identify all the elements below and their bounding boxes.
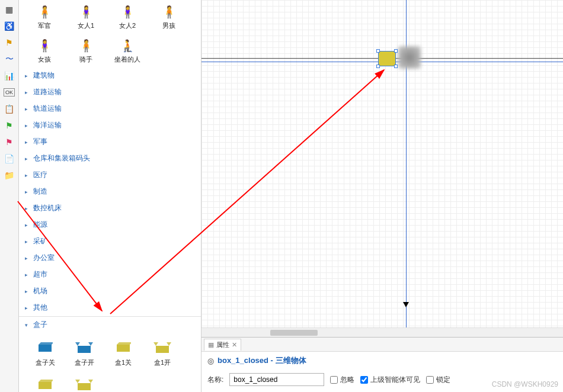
chevron-right-icon: ▸ [25, 156, 31, 162]
name-input[interactable] [229, 373, 324, 386]
category-label: 建筑物 [33, 70, 55, 81]
category-item[interactable]: ▸制造 [19, 184, 201, 200]
category-item[interactable]: ▸仓库和集装箱码头 [19, 150, 201, 167]
tool-folder[interactable]: 📁 [1, 168, 18, 183]
resize-handle[interactable] [394, 65, 398, 68]
properties-header: ◎ box_1_closed - 三维物体 [201, 352, 563, 369]
palette-person-item[interactable]: 🧍骑手 [68, 36, 104, 65]
tool-chart[interactable]: 📊 [1, 68, 18, 83]
palette-person-item[interactable]: 🧍‍♀️女孩 [26, 36, 63, 65]
placed-box-object[interactable] [378, 51, 396, 66]
scrollbar-thumb[interactable] [270, 330, 318, 336]
properties-panel: ▦ 属性 ✕ ◎ box_1_closed - 三维物体 名称: 忽略 上级智能… [201, 337, 563, 392]
palette-item-label: 军官 [38, 21, 51, 30]
editor-area: ▦ 属性 ✕ ◎ box_1_closed - 三维物体 名称: 忽略 上级智能… [201, 0, 563, 392]
category-label: 盒子 [33, 320, 47, 330]
palette-box-item[interactable]: 盒2关 [27, 375, 63, 392]
tab-properties[interactable]: ▦ 属性 ✕ [204, 339, 241, 351]
person-icon: 🧍‍♀️ [36, 37, 53, 54]
tool-curve[interactable]: 〜 [1, 52, 18, 67]
category-item[interactable]: ▸医疗 [19, 167, 201, 184]
vertical-toolbar: ▦ ♿ ⚑ 〜 📊 OK 📋 ⚑ ⚑ 📄 📁 [0, 0, 19, 392]
palette-box-item[interactable]: 盒子关 [27, 338, 63, 368]
visible-checkbox[interactable]: 上级智能体可见 [360, 375, 420, 385]
pinkflag-icon: ⚑ [5, 137, 13, 147]
person-icon: 🧎 [119, 37, 136, 54]
category-label: 采矿 [33, 236, 47, 246]
chevron-right-icon: ▸ [25, 239, 31, 245]
horizontal-scrollbar[interactable] [201, 327, 563, 337]
palette-item-label: 男孩 [162, 21, 175, 30]
tool-copy[interactable]: 📋 [1, 101, 18, 117]
tool-pinkflag[interactable]: ⚑ [1, 134, 18, 150]
box-icon [114, 339, 132, 355]
lock-checkbox[interactable]: 锁定 [426, 375, 450, 385]
ok-icon: OK [4, 88, 15, 97]
close-icon[interactable]: ✕ [232, 341, 237, 349]
palette-box-item[interactable]: 盒2开 [66, 375, 102, 392]
tool-accessibility[interactable]: ♿ [1, 18, 18, 34]
category-label: 海洋运输 [33, 120, 62, 130]
resize-handle[interactable] [394, 49, 398, 53]
category-item[interactable]: ▸能源 [19, 217, 201, 233]
doc-icon: 📄 [4, 154, 14, 163]
category-item[interactable]: ▸采矿 [19, 233, 201, 250]
ignore-checkbox[interactable]: 忽略 [330, 375, 354, 385]
category-boxes[interactable]: ▾ 盒子 [19, 317, 201, 333]
category-item[interactable]: ▸轨道运输 [19, 101, 201, 117]
person-icon: 🧍 [78, 37, 94, 54]
chevron-right-icon: ▸ [25, 272, 31, 278]
category-item[interactable]: ▸办公室 [19, 250, 201, 266]
chevron-right-icon: ▸ [25, 123, 31, 128]
category-label: 办公室 [33, 253, 55, 263]
palette-person-item[interactable]: 🧍‍♀️女人1 [68, 2, 104, 31]
visible-input[interactable] [360, 376, 368, 384]
ignore-input[interactable] [330, 376, 338, 384]
properties-form: 名称: 忽略 上级智能体可见 锁定 [201, 369, 563, 392]
canvas[interactable] [201, 0, 563, 327]
palette-box-item[interactable]: 盒1开 [145, 338, 180, 368]
person-icon: 🧍‍♀️ [119, 4, 136, 20]
tool-doc[interactable]: 📄 [1, 151, 18, 166]
chevron-down-icon: ▾ [25, 322, 31, 328]
chevron-right-icon: ▸ [25, 205, 31, 211]
chevron-right-icon: ▸ [25, 288, 31, 294]
tool-greenflag[interactable]: ⚑ [1, 118, 18, 133]
people-row-2: 🧍‍♀️女孩🧍骑手🧎坐着的人 [19, 34, 201, 68]
category-item[interactable]: ▸超市 [19, 266, 201, 283]
palette-item-label: 女人1 [78, 21, 94, 30]
tool-ok[interactable]: OK [1, 85, 18, 100]
chevron-right-icon: ▸ [25, 139, 31, 145]
category-item[interactable]: ▸数控机床 [19, 200, 201, 217]
category-label: 医疗 [33, 170, 47, 180]
palette-box-item[interactable]: 盒1关 [105, 338, 141, 368]
chevron-right-icon: ▸ [25, 172, 31, 178]
palette-panel: 🧍军官🧍‍♀️女人1🧍‍♀️女人2🧍男孩 🧍‍♀️女孩🧍骑手🧎坐着的人 ▸建筑物… [19, 0, 201, 392]
resize-handle[interactable] [376, 49, 380, 53]
palette-person-item[interactable]: 🧍男孩 [151, 2, 187, 31]
category-label: 道路运输 [33, 87, 62, 97]
tool-layout[interactable]: ▦ [1, 2, 18, 17]
box-icon [153, 339, 171, 355]
category-item[interactable]: ▸建筑物 [19, 68, 201, 84]
category-item[interactable]: ▸道路运输 [19, 84, 201, 101]
category-label: 能源 [33, 220, 47, 230]
category-item[interactable]: ▸其他 [19, 300, 201, 316]
grid-icon: ▦ [208, 341, 214, 349]
lock-label: 锁定 [436, 375, 450, 385]
palette-person-item[interactable]: 🧎坐着的人 [109, 36, 146, 65]
person-icon: 🧍 [36, 4, 53, 20]
palette-person-item[interactable]: 🧍军官 [26, 2, 63, 31]
tool-flag[interactable]: ⚑ [1, 35, 18, 50]
chart-icon: 📊 [4, 71, 14, 81]
box-icon [75, 377, 93, 392]
category-item[interactable]: ▸海洋运输 [19, 117, 201, 134]
lock-input[interactable] [426, 376, 434, 384]
chevron-right-icon: ▸ [25, 305, 31, 311]
category-item[interactable]: ▸机场 [19, 283, 201, 300]
category-item[interactable]: ▸军事 [19, 134, 201, 150]
palette-person-item[interactable]: 🧍‍♀️女人2 [109, 2, 146, 31]
chevron-right-icon: ▸ [25, 89, 31, 95]
resize-handle[interactable] [376, 65, 380, 68]
palette-box-item[interactable]: 盒子开 [66, 338, 102, 368]
